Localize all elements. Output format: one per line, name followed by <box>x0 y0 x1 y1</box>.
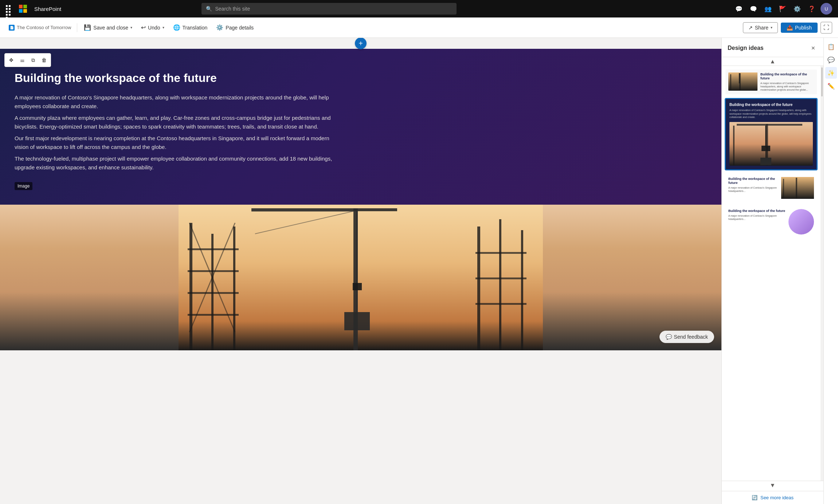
close-panel-button[interactable]: ✕ <box>809 44 818 52</box>
design-card-1-title: Building the workspace of the future <box>760 72 814 80</box>
panel-scroll-down[interactable]: ▼ <box>722 481 823 489</box>
svg-rect-35 <box>760 158 771 165</box>
feedback-icon[interactable]: 💬 <box>733 3 745 15</box>
svg-rect-16 <box>477 227 480 350</box>
design-card-3-title: Building the workspace of the future <box>728 177 778 185</box>
share-dropdown-arrow[interactable]: ▾ <box>771 25 772 29</box>
hero-para-4: The technology-fueled, multiphase projec… <box>15 154 342 172</box>
save-close-button[interactable]: 💾 Save and close ▾ <box>80 22 136 33</box>
undo-icon: ↩ <box>141 24 146 31</box>
waffle-icon[interactable] <box>6 5 13 12</box>
design-card-3-image <box>781 177 814 199</box>
move-block-button[interactable]: ✥ <box>6 55 16 65</box>
side-property-icon[interactable]: 📋 <box>825 41 837 52</box>
svg-rect-7 <box>188 314 239 316</box>
svg-rect-36 <box>781 177 814 199</box>
page-breadcrumb[interactable]: 📄 The Contoso of Tomorrow <box>6 25 74 31</box>
translation-button[interactable]: 🌐 Translation <box>169 22 211 33</box>
expand-icon: ⛶ <box>823 24 829 31</box>
user-avatar[interactable]: U <box>821 3 832 15</box>
hero-title[interactable]: Building the workspace of the future <box>15 71 707 86</box>
separator-1 <box>77 23 77 32</box>
main-area: + ✥ ⚌ ⧉ 🗑 Building the workspace of the … <box>0 38 838 504</box>
panel-scroll-up[interactable]: ▲ <box>722 57 823 66</box>
editor-scroll[interactable]: + ✥ ⚌ ⧉ 🗑 Building the workspace of the … <box>0 38 721 504</box>
add-section-button[interactable]: + <box>355 38 367 49</box>
hero-body[interactable]: A major renovation of Contoso's Singapor… <box>15 93 342 172</box>
app-name: SharePoint <box>34 6 61 12</box>
svg-rect-24 <box>728 72 757 91</box>
send-feedback-button[interactable]: 💬 Send feedback <box>659 331 714 343</box>
design-card-4[interactable]: Building the workspace of the future A m… <box>725 205 818 238</box>
hero-section: Building the workspace of the future A m… <box>0 49 721 205</box>
svg-rect-31 <box>737 124 802 126</box>
details-icon: ⚙️ <box>216 24 223 31</box>
expand-button[interactable]: ⛶ <box>821 22 832 34</box>
top-navigation: SharePoint 🔍 💬 🗨️ 👥 🚩 ⚙️ ❓ U <box>0 0 838 17</box>
svg-rect-33 <box>761 146 770 151</box>
save-icon: 💾 <box>84 24 91 31</box>
design-cards-list[interactable]: Building the workspace of the future A m… <box>722 66 821 481</box>
flag-icon[interactable]: 🚩 <box>777 3 788 15</box>
design-ideas-panel: Design ideas ✕ ▲ <box>721 38 823 504</box>
page-icon: 📄 <box>9 25 15 31</box>
delete-block-button[interactable]: 🗑 <box>39 55 49 65</box>
search-input[interactable] <box>215 6 452 12</box>
image-label: Image <box>15 182 32 190</box>
design-card-4-inner: Building the workspace of the future A m… <box>725 206 817 237</box>
design-card-3-body: A major renovation of Contoso's Singapor… <box>728 186 778 193</box>
duplicate-block-button[interactable]: ⧉ <box>28 55 38 65</box>
undo-button[interactable]: ↩ Undo ▾ <box>137 22 168 33</box>
search-bar[interactable]: 🔍 <box>201 3 457 15</box>
search-icon: 🔍 <box>206 6 212 12</box>
svg-rect-13 <box>353 283 362 290</box>
refresh-icon: 🔄 <box>752 495 757 500</box>
help-icon[interactable]: ❓ <box>806 3 818 15</box>
design-card-1[interactable]: Building the workspace of the future A m… <box>725 69 818 95</box>
page-details-button[interactable]: ⚙️ Page details <box>212 22 257 33</box>
design-card-4-text: Building the workspace of the future A m… <box>728 209 786 235</box>
right-side-panel: 📋 💬 ✨ ✏️ <box>823 38 838 504</box>
edit-block-button[interactable]: ⚌ <box>17 55 27 65</box>
design-card-1-body: A major renovation of Contoso's Singapor… <box>760 82 814 91</box>
svg-rect-20 <box>475 277 526 279</box>
hero-para-2: A community plaza where employees can ga… <box>15 114 342 131</box>
svg-rect-25 <box>730 74 731 91</box>
design-card-1-image <box>728 72 757 91</box>
see-more-ideas-button[interactable]: 🔄 See more ideas <box>722 491 823 504</box>
design-card-2[interactable]: Building the workspace of the future A m… <box>725 98 818 170</box>
design-card-1-inner: Building the workspace of the future A m… <box>725 70 817 94</box>
svg-rect-17 <box>499 219 501 350</box>
svg-rect-37 <box>783 179 784 199</box>
design-card-2-body: A major renovation of Contoso's Singapor… <box>729 109 813 119</box>
design-card-4-image <box>788 209 814 235</box>
design-card-4-title: Building the workspace of the future <box>728 209 786 213</box>
design-card-3-text: Building the workspace of the future A m… <box>728 177 778 199</box>
publish-button[interactable]: 📤 Publish <box>781 23 818 33</box>
add-section-bar: + <box>0 38 721 49</box>
undo-dropdown-arrow[interactable]: ▾ <box>162 25 164 29</box>
save-dropdown-arrow[interactable]: ▾ <box>130 25 132 29</box>
design-card-4-body: A major renovation of Contoso's Singapor… <box>728 214 786 221</box>
design-card-2-title: Building the workspace of the future <box>729 103 813 107</box>
side-edit-icon[interactable]: ✏️ <box>825 80 837 92</box>
side-comment-icon[interactable]: 💬 <box>825 54 837 66</box>
side-design-icon[interactable]: ✨ <box>825 67 837 79</box>
share-icon: ↗ <box>748 25 753 31</box>
svg-rect-18 <box>521 230 523 350</box>
design-scroll-thumb[interactable] <box>821 67 823 97</box>
design-card-3[interactable]: Building the workspace of the future A m… <box>725 173 818 202</box>
content-block: ✥ ⚌ ⧉ 🗑 Building the workspace of the fu… <box>0 49 721 350</box>
svg-rect-5 <box>188 270 239 272</box>
people-icon[interactable]: 👥 <box>762 3 774 15</box>
design-panel-title: Design ideas <box>728 45 764 51</box>
design-card-2-inner: Building the workspace of the future A m… <box>726 99 817 169</box>
page-toolbar: 📄 The Contoso of Tomorrow 💾 Save and clo… <box>0 17 838 38</box>
settings-icon[interactable]: ⚙️ <box>791 3 803 15</box>
share-button[interactable]: ↗ Share ▾ <box>743 22 778 33</box>
microsoft-logo[interactable] <box>19 5 27 13</box>
block-toolbar: ✥ ⚌ ⧉ 🗑 <box>4 53 51 67</box>
svg-rect-15 <box>344 312 370 330</box>
chat-icon[interactable]: 🗨️ <box>748 3 759 15</box>
toolbar-right-actions: ↗ Share ▾ 📤 Publish ⛶ <box>743 22 832 34</box>
